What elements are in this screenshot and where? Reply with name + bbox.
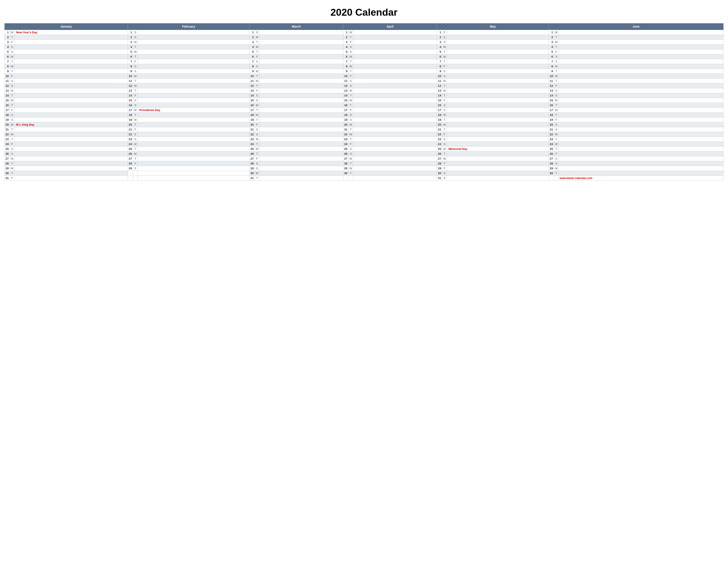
day-letter: M (255, 103, 259, 108)
day-letter: F (133, 127, 138, 132)
day-letter: F (442, 98, 447, 103)
day-letter: S (348, 151, 353, 156)
event-cell (14, 98, 128, 103)
day-letter: S (442, 137, 447, 142)
day-letter: S (442, 176, 447, 180)
day-letter: T (348, 171, 353, 176)
event-cell (559, 127, 723, 132)
day-letter: S (10, 113, 14, 117)
event-cell (138, 161, 250, 166)
day-letter: T (133, 156, 138, 161)
event-cell (559, 156, 723, 161)
day-number: 23 (437, 137, 442, 142)
day-number: 19 (250, 117, 255, 122)
event-cell (138, 142, 250, 147)
day-letter: F (348, 142, 353, 147)
day-letter: F (255, 156, 259, 161)
empty-day (343, 176, 349, 180)
event-cell (14, 113, 128, 117)
day-letter: T (554, 137, 559, 142)
day-letter: S (442, 74, 447, 79)
day-letter: F (133, 59, 138, 64)
event-cell (353, 147, 437, 151)
event-cell (447, 74, 549, 79)
day-letter: S (348, 147, 353, 151)
day-letter: S (10, 45, 14, 49)
day-number: 10 (250, 74, 255, 79)
event-cell (559, 142, 723, 147)
day-letter: W (554, 74, 559, 79)
day-number: 30 (250, 171, 255, 176)
day-letter: M (348, 122, 353, 127)
day-letter: S (255, 30, 259, 35)
day-letter: M (442, 147, 447, 151)
table-row: 8W8S8S8W8F8M (5, 64, 724, 69)
day-number: 22 (5, 132, 10, 137)
event-cell (138, 45, 250, 49)
event-cell (559, 108, 723, 113)
day-letter: F (442, 166, 447, 171)
day-number: 25 (437, 147, 442, 151)
day-letter: T (554, 35, 559, 40)
table-row: 9T9S9M9T9S9T (5, 69, 724, 74)
day-number: 21 (437, 127, 442, 132)
empty-day: www.blank-calendar.com (559, 176, 723, 180)
day-letter: M (133, 74, 138, 79)
event-cell (559, 40, 723, 45)
day-number: 8 (437, 64, 442, 69)
event-cell (259, 161, 343, 166)
event-cell (353, 103, 437, 108)
day-letter: M (348, 156, 353, 161)
event-cell (559, 171, 723, 176)
event-cell (353, 69, 437, 74)
day-letter: T (554, 113, 559, 117)
day-letter: S (133, 103, 138, 108)
day-number: 31 (5, 176, 10, 180)
event-cell (353, 127, 437, 132)
day-letter: S (133, 166, 138, 171)
day-number: 14 (437, 93, 442, 98)
day-letter: S (255, 161, 259, 166)
event-cell (259, 35, 343, 40)
day-letter: T (442, 117, 447, 122)
page-title: 2020 Calendar (4, 7, 724, 18)
day-letter: T (348, 161, 353, 166)
event-cell (138, 35, 250, 40)
day-letter: S (133, 35, 138, 40)
day-letter: T (255, 176, 259, 180)
event-cell (14, 35, 128, 40)
day-letter: T (554, 171, 559, 176)
day-letter: S (442, 69, 447, 74)
event-cell (559, 113, 723, 117)
event-cell (138, 64, 250, 69)
day-letter: F (10, 40, 14, 45)
empty-day (138, 176, 250, 180)
day-letter: S (554, 54, 559, 59)
day-number: 28 (250, 161, 255, 166)
day-letter: W (10, 132, 14, 137)
day-number: 29 (437, 166, 442, 171)
day-letter: M (255, 35, 259, 40)
day-letter: M (442, 45, 447, 49)
table-row: 12S12W12T12S12T12F (5, 83, 724, 88)
event-cell (14, 132, 128, 137)
event-cell (259, 171, 343, 176)
table-row: 19S19W19T19S19T19F (5, 117, 724, 122)
table-row: 10F10M10T10F10S10W (5, 74, 724, 79)
event-cell (559, 79, 723, 83)
event-cell (259, 166, 343, 171)
day-number: 11 (437, 79, 442, 83)
day-letter: M (10, 54, 14, 59)
event-cell (259, 30, 343, 35)
day-letter: S (348, 117, 353, 122)
event-cell (259, 49, 343, 54)
day-letter: S (442, 35, 447, 40)
day-letter: S (133, 69, 138, 74)
day-number: 22 (128, 132, 133, 137)
day-letter: M (255, 69, 259, 74)
event-cell (353, 122, 437, 127)
table-row: 22W22S22S22W22F22M (5, 132, 724, 137)
day-letter: W (255, 79, 259, 83)
table-row: 20MM L King Day20T20F20M20W20S (5, 122, 724, 127)
day-letter: T (133, 88, 138, 93)
